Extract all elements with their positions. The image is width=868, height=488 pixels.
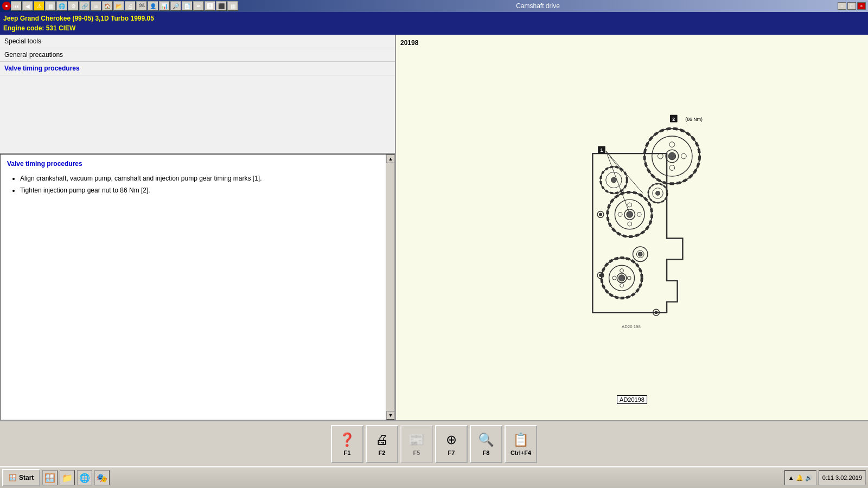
nav-warn[interactable]: ⚠ [34, 1, 44, 11]
image-number: 20198 [400, 39, 418, 47]
taskbar-app-2[interactable]: 📁 [60, 470, 75, 485]
system-clock: 0:11 3.02.2019 [819, 470, 866, 485]
titlebar: ● ⏮ ◀ ⚠ ▦ 🌐 ⚙ 🔗 ≋ 🏠 📂 🖨 🏁 👤 📊 🔎 📄 ✒ 🅰 ⬛ … [0, 0, 868, 12]
toolbar-f5-btn: 📰 F5 [400, 425, 433, 463]
windows-logo-icon: 🪟 [9, 474, 17, 481]
svg-point-25 [656, 191, 660, 195]
diagram-container: 2 (86 Nm) [450, 62, 841, 388]
f1-icon: ❓ [339, 432, 355, 447]
nav-tool4[interactable]: 🔗 [79, 1, 90, 11]
nav-prev[interactable]: ◀ [22, 1, 33, 11]
svg-point-21 [627, 211, 633, 217]
vehicle-info-line1: Jeep Grand Cherokee (99-05) 3,1D Turbo 1… [3, 14, 865, 23]
f1-label: F1 [344, 450, 351, 456]
content-list: Align crankshaft, vacuum pump, camshaft … [7, 173, 388, 196]
nav-tool11[interactable]: 📊 [159, 1, 170, 11]
nav-tool16[interactable]: ⬛ [216, 1, 227, 11]
minimize-button[interactable]: − [838, 2, 846, 10]
svg-point-9 [668, 152, 676, 160]
ctrlf4-icon: 📋 [513, 432, 529, 447]
scroll-down-btn[interactable]: ▼ [386, 411, 395, 420]
ctrlf4-label: Ctrl+F4 [510, 450, 531, 456]
camshaft-diagram: 2 (86 Nm) [559, 111, 732, 339]
content-section: Valve timing procedures Align crankshaft… [0, 154, 395, 420]
maximize-button[interactable]: □ [847, 2, 856, 10]
content-inner: Valve timing procedures Align crankshaft… [1, 155, 394, 420]
nav-toolbar: ⏮ ◀ ⚠ ▦ 🌐 ⚙ 🔗 ≋ 🏠 📂 🖨 🏁 👤 📊 🔎 📄 ✒ 🅰 ⬛ ▦ [11, 1, 238, 11]
svg-point-41 [638, 252, 642, 256]
f8-icon: 🔍 [478, 432, 494, 447]
app-header: Jeep Grand Cherokee (99-05) 3,1D Turbo 1… [0, 12, 868, 35]
nav-tool7[interactable]: 📂 [113, 1, 124, 11]
content-title: Valve timing procedures [7, 160, 388, 168]
nav-tool5[interactable]: ≋ [91, 1, 101, 11]
content-bullet-2: Tighten injection pump gear nut to 86 Nm… [20, 185, 388, 197]
nav-tool8[interactable]: 🖨 [125, 1, 136, 11]
toolbar-f1-btn[interactable]: ❓ F1 [331, 425, 363, 463]
toc-item-general-precautions[interactable]: General precautions [0, 48, 395, 62]
svg-point-38 [618, 274, 625, 281]
taskbar-right: ▲ 🔔 🔊 0:11 3.02.2019 [784, 470, 866, 485]
svg-text:1: 1 [600, 147, 603, 153]
toolbar-f8-btn[interactable]: 🔍 F8 [470, 425, 502, 463]
toolbar-f2-btn[interactable]: 🖨 F2 [366, 425, 398, 463]
f2-icon: 🖨 [375, 432, 388, 447]
f2-label: F2 [379, 450, 386, 456]
nav-tool2[interactable]: 🌐 [56, 1, 67, 11]
content-scrollbar[interactable]: ▲ ▼ [386, 155, 394, 420]
toc-item-valve-timing[interactable]: Valve timing procedures [0, 62, 395, 75]
f7-label: F7 [448, 450, 455, 456]
svg-text:AD20 198: AD20 198 [622, 324, 641, 329]
toolbar-ctrlf4-btn[interactable]: 📋 Ctrl+F4 [505, 425, 537, 463]
nav-tool15[interactable]: 🅰 [205, 1, 215, 11]
f8-label: F8 [483, 450, 490, 456]
svg-text:2: 2 [672, 116, 675, 121]
systray-icon-2: 🔔 [796, 474, 803, 481]
systray-icon-3: 🔊 [805, 474, 813, 481]
nav-tool6[interactable]: 🏠 [102, 1, 113, 11]
content-bullet-1: Align crankshaft, vacuum pump, camshaft … [20, 173, 388, 185]
nav-tool10[interactable]: 👤 [148, 1, 158, 11]
left-panel: Special tools General precautions Valve … [0, 35, 396, 420]
app-icon: ● [2, 2, 11, 10]
main-area: Special tools General precautions Valve … [0, 35, 868, 420]
systray: ▲ 🔔 🔊 [784, 470, 816, 485]
f7-icon: ⊕ [446, 432, 457, 447]
toolbar: ❓ F1 🖨 F2 📰 F5 ⊕ F7 🔍 F8 📋 Ctrl+F4 [0, 420, 868, 466]
window-controls: − □ × [838, 2, 866, 10]
scroll-up-btn[interactable]: ▲ [386, 155, 395, 163]
window-title: Camshaft drive [238, 2, 838, 10]
start-button[interactable]: 🪟 Start [2, 469, 40, 486]
close-button[interactable]: × [857, 2, 866, 10]
svg-text:(86 Nm): (86 Nm) [685, 116, 703, 121]
toolbar-f7-btn[interactable]: ⊕ F7 [435, 425, 468, 463]
taskbar-app-1[interactable]: 🪟 [42, 470, 58, 485]
f5-icon: 📰 [409, 432, 425, 447]
svg-point-48 [599, 213, 602, 216]
f5-label: F5 [413, 450, 420, 456]
nav-tool3[interactable]: ⚙ [68, 1, 79, 11]
nav-tool9[interactable]: 🏁 [136, 1, 147, 11]
nav-tool12[interactable]: 🔎 [170, 1, 181, 11]
taskbar-app-4[interactable]: 🎭 [94, 470, 110, 485]
toc-item-special-tools[interactable]: Special tools [0, 35, 395, 48]
nav-tool14[interactable]: ✒ [193, 1, 204, 11]
systray-icon-1: ▲ [788, 474, 794, 481]
toc-section: Special tools General precautions Valve … [0, 35, 395, 154]
vehicle-info-line2: Engine code: 531 CIEW [3, 23, 865, 33]
nav-tool1[interactable]: ▦ [45, 1, 56, 11]
nav-tool13[interactable]: 📄 [182, 1, 193, 11]
svg-point-52 [655, 311, 658, 314]
nav-first[interactable]: ⏮ [11, 1, 22, 11]
nav-tool17[interactable]: ▦ [227, 1, 238, 11]
diagram-bottom-label: AD20198 [617, 395, 647, 404]
taskbar: 🪟 Start 🪟 📁 🌐 🎭 ▲ 🔔 🔊 0:11 3.02.2019 [0, 466, 868, 488]
svg-point-29 [611, 177, 617, 183]
taskbar-app-3[interactable]: 🌐 [77, 470, 92, 485]
right-panel: 20198 [396, 35, 868, 420]
svg-point-50 [599, 273, 602, 277]
